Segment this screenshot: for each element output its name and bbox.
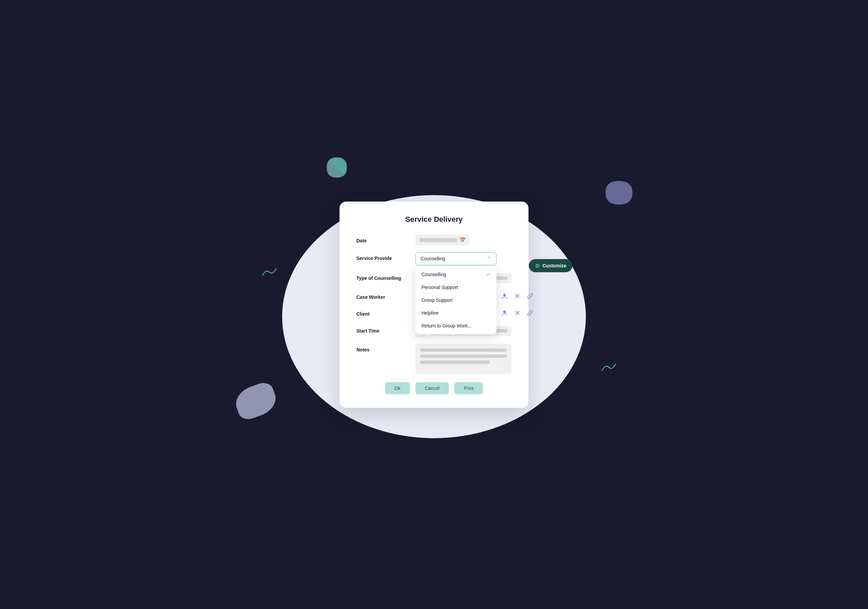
- case-worker-label: Case Worker: [356, 291, 415, 300]
- modal-title: Service Delivery: [356, 215, 512, 224]
- dropdown-item-personal-support[interactable]: Personal Support: [415, 281, 496, 294]
- client-close-icon[interactable]: [513, 308, 522, 318]
- start-time-label: Start Time: [356, 325, 415, 334]
- dropdown-item-helpline[interactable]: Helpline: [415, 306, 496, 319]
- type-counselling-label: Type of Counselling: [356, 272, 415, 281]
- case-worker-close-icon[interactable]: [513, 291, 522, 301]
- svg-point-1: [503, 311, 506, 313]
- notes-field: [415, 344, 512, 374]
- service-provide-value: Counselling: [420, 256, 445, 261]
- dropdown-item-return-group[interactable]: Return to Group Work...: [415, 319, 496, 332]
- customize-label: Customize: [542, 263, 566, 269]
- notes-line-1: [420, 348, 507, 352]
- notes-line-2: [420, 354, 507, 358]
- notes-textarea[interactable]: [415, 344, 512, 374]
- modal-card: Service Delivery Date 📅 Service Provide …: [339, 202, 529, 408]
- button-row: Ok Cancel Print: [356, 382, 512, 394]
- service-provide-dropdown: Counselling ✓ Personal Support Group Sup…: [415, 266, 496, 334]
- case-worker-attach-icon[interactable]: [525, 291, 535, 301]
- ok-button[interactable]: Ok: [385, 382, 410, 394]
- service-provide-row: Service Provide Counselling ⌃ Counsellin…: [356, 252, 512, 265]
- deco-purple-right: [604, 179, 634, 206]
- notes-line-3: [420, 360, 490, 364]
- case-worker-person-icon[interactable]: [500, 291, 509, 301]
- date-input[interactable]: 📅: [415, 235, 470, 245]
- notes-row: Notes: [356, 344, 512, 374]
- service-provide-label: Service Provide: [356, 252, 415, 261]
- dropdown-item-counselling[interactable]: Counselling ✓: [415, 268, 496, 281]
- date-field: 📅: [415, 235, 512, 245]
- date-label: Date: [356, 235, 415, 243]
- deco-teal-squiggle-right: [600, 362, 617, 372]
- chevron-up-icon: ⌃: [487, 256, 491, 262]
- cancel-button[interactable]: Cancel: [415, 382, 449, 394]
- check-icon: ✓: [486, 272, 490, 277]
- background-wrapper: Service Delivery Date 📅 Service Provide …: [217, 152, 651, 457]
- notes-label: Notes: [356, 344, 415, 353]
- date-placeholder-bar: [420, 238, 457, 242]
- deco-purple-blob: [231, 380, 280, 422]
- customize-button[interactable]: ⚙ Customize: [529, 259, 572, 272]
- client-label: Client: [356, 308, 415, 317]
- dropdown-item-group-support[interactable]: Group Support: [415, 294, 496, 306]
- service-provide-select[interactable]: Counselling ⌃: [415, 252, 496, 265]
- date-row: Date 📅: [356, 235, 512, 245]
- service-provide-field: Counselling ⌃ Counselling ✓ Personal Sup…: [415, 252, 512, 265]
- client-person-icon[interactable]: [500, 308, 509, 318]
- gear-icon: ⚙: [535, 262, 539, 269]
- svg-point-0: [503, 294, 506, 297]
- calendar-icon: 📅: [460, 237, 465, 243]
- deco-teal-top: [325, 155, 349, 179]
- client-attach-icon[interactable]: [525, 308, 535, 318]
- deco-teal-squiggle-left: [261, 267, 278, 277]
- print-button[interactable]: Print: [454, 382, 483, 394]
